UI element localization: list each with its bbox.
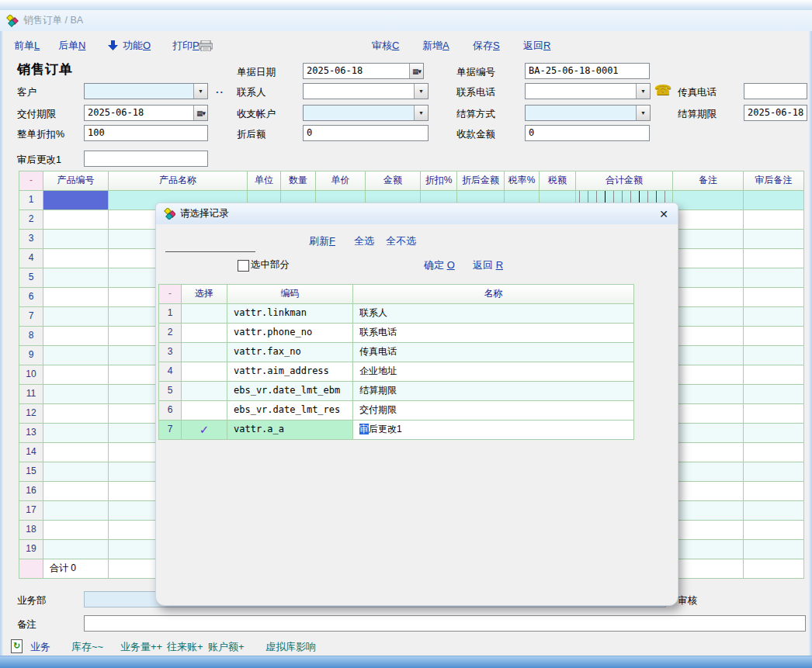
row-number-cell[interactable]: 13: [19, 424, 43, 443]
grid-cell[interactable]: [673, 346, 744, 365]
grid-cell[interactable]: [673, 482, 744, 501]
grid-cell[interactable]: [673, 327, 744, 346]
chevron-down-icon[interactable]: ▼: [414, 84, 428, 99]
next-order-button[interactable]: 后单N: [58, 39, 85, 53]
row-number-cell[interactable]: 1: [19, 191, 43, 210]
grid-cell[interactable]: [43, 482, 109, 501]
select-checkbox-cell[interactable]: ✓: [182, 421, 227, 440]
select-checkbox-cell[interactable]: [182, 324, 227, 343]
column-header[interactable]: 产品编号: [43, 171, 109, 191]
select-checkbox-cell[interactable]: [182, 362, 227, 382]
row-number-cell[interactable]: 3: [19, 230, 43, 249]
grid-cell[interactable]: [744, 540, 804, 559]
row-number-cell[interactable]: 6: [19, 288, 43, 307]
row-number-cell[interactable]: 5: [19, 268, 43, 288]
grid-cell[interactable]: [673, 210, 744, 230]
grid-cell[interactable]: [673, 462, 744, 482]
row-number-cell[interactable]: 16: [19, 482, 43, 501]
column-header[interactable]: 折后金额: [457, 171, 505, 191]
record-code-cell[interactable]: vattr.a_a: [227, 421, 353, 440]
grid-cell[interactable]: [43, 424, 109, 443]
chevron-down-icon[interactable]: ▼: [193, 84, 207, 99]
record-name-cell[interactable]: 企业地址: [353, 362, 634, 382]
row-number-cell[interactable]: 5: [159, 382, 182, 401]
grid-cell[interactable]: [43, 443, 109, 462]
dialog-back-button[interactable]: 返回 R: [473, 258, 503, 272]
select-checkbox-cell[interactable]: [182, 304, 227, 324]
grid-cell[interactable]: [744, 443, 804, 462]
grid-cell[interactable]: [43, 365, 109, 385]
grid-cell[interactable]: [43, 307, 109, 327]
row-number-cell[interactable]: 6: [159, 401, 182, 421]
grid-cell[interactable]: [43, 210, 109, 230]
doc-date-input[interactable]: 2025-06-18 ▦▾: [303, 63, 424, 79]
bottom-link-4[interactable]: 往来账+: [167, 640, 203, 654]
partial-select-checkbox[interactable]: [238, 260, 249, 272]
select-all-button[interactable]: 全选: [354, 234, 374, 248]
print-button[interactable]: 打印P: [172, 39, 200, 53]
grid-cell[interactable]: [744, 462, 804, 482]
record-row[interactable]: 1vattr.linkman联系人: [159, 304, 634, 324]
row-number-cell[interactable]: 19: [19, 540, 43, 559]
account-combobox[interactable]: ▼: [303, 105, 429, 121]
row-number-cell[interactable]: 17: [19, 501, 43, 521]
record-name-cell[interactable]: 联系电话: [353, 324, 634, 343]
record-name-cell[interactable]: 结算期限: [353, 382, 634, 401]
row-number-cell[interactable]: 9: [19, 346, 43, 365]
grid-cell[interactable]: [673, 385, 744, 404]
grid-cell[interactable]: [673, 249, 744, 268]
chevron-down-icon[interactable]: ▼: [636, 106, 650, 120]
grid-cell[interactable]: [43, 404, 109, 424]
grid-cell[interactable]: [43, 540, 109, 559]
select-checkbox-cell[interactable]: [182, 401, 227, 421]
function-menu-button[interactable]: 功能O: [123, 39, 151, 53]
row-number-cell[interactable]: 7: [159, 421, 182, 440]
calendar-icon[interactable]: ▦▾: [193, 106, 207, 120]
chevron-down-icon[interactable]: ▼: [636, 84, 650, 99]
column-header[interactable]: 单价: [316, 171, 366, 191]
column-header[interactable]: 税额: [540, 171, 576, 191]
record-name-cell[interactable]: 交付期限: [353, 401, 634, 421]
bottom-link-3[interactable]: 业务量++: [120, 640, 162, 654]
bottom-link-6[interactable]: 虚拟库影响: [265, 640, 316, 654]
column-header[interactable]: -: [159, 285, 182, 304]
row-number-cell[interactable]: 18: [19, 521, 43, 540]
browse-dots-button[interactable]: ..: [216, 84, 224, 95]
received-amt-input[interactable]: 0: [525, 125, 650, 141]
dialog-search-input[interactable]: [165, 236, 255, 252]
grid-cell[interactable]: [673, 443, 744, 462]
grid-cell[interactable]: [673, 501, 744, 521]
grid-cell[interactable]: [744, 346, 804, 365]
bottom-link-1[interactable]: 业务: [30, 640, 50, 654]
refresh-button[interactable]: 刷新F: [309, 234, 335, 248]
row-number-cell[interactable]: 8: [19, 327, 43, 346]
grid-cell[interactable]: [673, 521, 744, 540]
customer-combobox[interactable]: ▼: [84, 83, 208, 99]
record-row[interactable]: 5ebs_vr.date_lmt_ebm结算期限: [159, 382, 634, 401]
record-code-cell[interactable]: vattr.linkman: [227, 304, 353, 324]
phone-icon[interactable]: ☎: [654, 81, 671, 99]
discounted-amt-input[interactable]: 0: [303, 125, 429, 141]
column-header[interactable]: 选择: [182, 285, 227, 304]
column-header[interactable]: 编码: [227, 285, 353, 304]
row-number-cell[interactable]: 4: [19, 249, 43, 268]
row-number-cell[interactable]: 10: [19, 365, 43, 385]
record-code-cell[interactable]: vattr.fax_no: [227, 343, 353, 362]
column-header[interactable]: -: [19, 171, 43, 191]
grid-cell[interactable]: [744, 365, 804, 385]
settle-method-combobox[interactable]: ▼: [525, 105, 651, 121]
record-code-cell[interactable]: vattr.phone_no: [227, 324, 353, 343]
grid-cell[interactable]: [673, 307, 744, 327]
row-number-cell[interactable]: 15: [19, 462, 43, 482]
grid-cell[interactable]: [43, 462, 109, 482]
grid-cell[interactable]: [43, 501, 109, 521]
record-name-cell[interactable]: 传真电话: [353, 343, 634, 362]
record-row[interactable]: 7✓vattr.a_a审后更改1: [159, 421, 634, 440]
grid-cell[interactable]: [43, 230, 109, 249]
select-checkbox-cell[interactable]: [182, 343, 227, 362]
grid-cell[interactable]: [673, 230, 744, 249]
grid-cell[interactable]: [673, 288, 744, 307]
grid-cell[interactable]: [744, 288, 804, 307]
row-number-cell[interactable]: 7: [19, 307, 43, 327]
grid-cell[interactable]: [673, 191, 744, 210]
